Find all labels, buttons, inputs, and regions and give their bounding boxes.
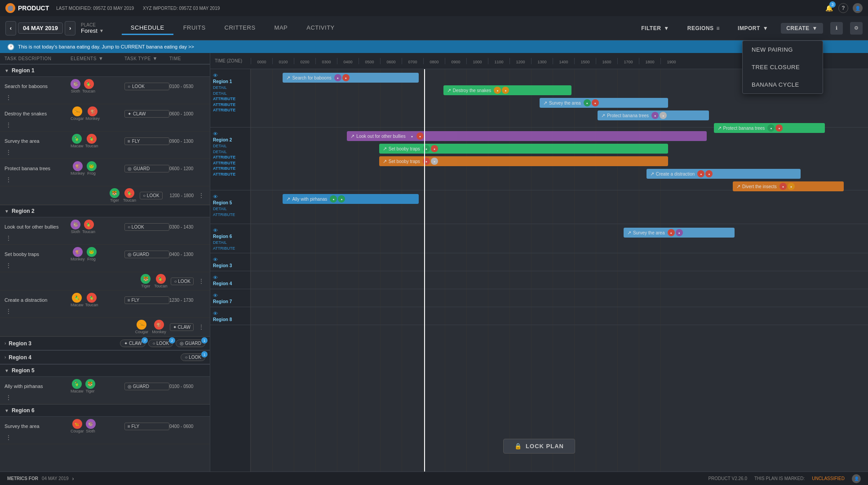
region-3-header[interactable]: › Region 3 ✦ CLAW7 ○ LOOK2 ◎ GUARD1 bbox=[0, 336, 210, 350]
task-type-badge: ◎ GUARD bbox=[124, 383, 169, 390]
gantt-bar[interactable]: ↗Protect banana trees●● bbox=[598, 110, 709, 120]
create-button[interactable]: CREATE ▼ bbox=[781, 23, 823, 34]
task-more-button[interactable]: ⋮ bbox=[4, 93, 13, 101]
help-button[interactable]: ? bbox=[838, 3, 848, 13]
animal-label: Tiger bbox=[110, 198, 119, 203]
bar-label: Protect banana trees bbox=[607, 113, 649, 118]
task-row: Survey the area 🦜Macaw 🦜Toucan ≡ FLY 090… bbox=[0, 132, 210, 159]
look-badge[interactable]: ○ LOOK2 bbox=[148, 340, 173, 347]
gantt-bar[interactable]: ↗Look out for other bullies●● bbox=[347, 131, 707, 141]
dropdown-tree-closure[interactable]: TREE CLOSURE bbox=[743, 58, 823, 76]
settings-button[interactable]: ⚙ bbox=[850, 22, 863, 35]
look-badge[interactable]: ○ LOOK1 bbox=[181, 353, 205, 361]
region-label-row[interactable]: 👁Region 6DETAILATTRIBUTE bbox=[210, 224, 250, 253]
filter-button[interactable]: FILTER ▼ bbox=[636, 23, 675, 34]
gantt-bar[interactable]: ↗Survey the area●● bbox=[624, 228, 735, 238]
region-label-row[interactable]: 👁Region 3 bbox=[210, 253, 250, 271]
tab-map[interactable]: MAP bbox=[266, 22, 297, 35]
region-label-row[interactable]: 👁Region 2DETAILDETAILATTRIBUTEATTRIBUTEA… bbox=[210, 128, 250, 190]
time-slot: 0500 bbox=[359, 58, 380, 64]
claw-badge[interactable]: ✦ CLAW7 bbox=[120, 340, 146, 347]
task-elements: 🦜Macaw 🐯Tiger bbox=[71, 379, 124, 393]
task-more-button[interactable]: ⋮ bbox=[4, 393, 13, 401]
tab-critters[interactable]: CRITTERS bbox=[216, 22, 265, 35]
task-more-button[interactable]: ⋮ bbox=[4, 234, 13, 242]
animal-avatar: 🦜 bbox=[124, 188, 134, 198]
regions-button[interactable]: REGIONS ≡ bbox=[682, 23, 725, 34]
animal-label: Tiger bbox=[141, 284, 150, 288]
gantt-bar[interactable]: ↗Divert the insects●● bbox=[733, 181, 844, 191]
bar-animal-avatar: ● bbox=[423, 145, 430, 152]
task-more-button[interactable]: ⋮ bbox=[197, 277, 205, 285]
task-more-button[interactable]: ⋮ bbox=[4, 307, 13, 315]
task-more-button[interactable]: ⋮ bbox=[4, 148, 13, 156]
user-avatar[interactable]: 👤 bbox=[853, 3, 863, 13]
animal-toucan: 🦜Toucan bbox=[85, 134, 98, 148]
gantt-bar[interactable]: ↗Create a distraction●● bbox=[647, 169, 801, 179]
region-detail-text: ATTRIBUTE bbox=[213, 107, 248, 113]
animal-tiger: 🐯Tiger bbox=[110, 188, 120, 203]
region-label-row[interactable]: 👁Region 7 bbox=[210, 289, 250, 307]
tab-fruits[interactable]: FRUITS bbox=[174, 22, 215, 35]
info-button[interactable]: ℹ bbox=[830, 22, 843, 35]
region-4-header[interactable]: › Region 4 ○ LOOK1 bbox=[0, 350, 210, 364]
animal-avatar: 🦜 bbox=[84, 220, 94, 229]
region-label-row[interactable]: 👁Region 8 bbox=[210, 307, 250, 325]
guard-badge[interactable]: ◎ GUARD1 bbox=[176, 340, 205, 347]
create-chevron-icon: ▼ bbox=[812, 25, 818, 31]
gantt-bar[interactable]: ↗Set booby traps●● bbox=[379, 144, 668, 154]
tasktype-filter-icon[interactable]: ▼ bbox=[153, 56, 158, 61]
col-task-desc: TASK DESCRIPTION bbox=[4, 56, 71, 61]
region-label-row[interactable]: 👁Region 5DETAILATTRIBUTE bbox=[210, 190, 250, 224]
task-time: 0900 - 1300 bbox=[169, 139, 205, 144]
region-6-header[interactable]: ▼ Region 6 bbox=[0, 404, 210, 417]
gantt-bar[interactable]: ↗Ally with pirhanas●● bbox=[283, 194, 418, 204]
dropdown-new-pairing[interactable]: NEW PAIRING bbox=[743, 41, 823, 58]
import-button[interactable]: IMPORT ▼ bbox=[732, 23, 774, 34]
prev-date-button[interactable]: ‹ bbox=[5, 21, 16, 35]
place-chevron-icon: ▼ bbox=[99, 28, 104, 33]
task-more-button[interactable]: ⋮ bbox=[4, 176, 13, 184]
region-5-header[interactable]: ▼ Region 5 bbox=[0, 364, 210, 377]
lock-plan-button[interactable]: 🔒 LOCK PLAN bbox=[503, 439, 575, 454]
bar-icon: ↗ bbox=[286, 75, 290, 81]
gantt-bar[interactable]: ↗Destroy the snakes●● bbox=[443, 85, 572, 95]
region-2-header[interactable]: ▼ Region 2 bbox=[0, 205, 210, 217]
gantt-bar[interactable]: ↗Survey the area●● bbox=[540, 98, 668, 108]
region-label-name: Region 8 bbox=[213, 317, 248, 322]
place-value[interactable]: Forest ▼ bbox=[81, 27, 104, 34]
task-row: Destroy the snakes 🐆Cougar 🐒Monkey ✦ CLA… bbox=[0, 104, 210, 132]
time-slot: 1300 bbox=[531, 58, 553, 64]
task-more-button[interactable]: ⋮ bbox=[197, 323, 205, 331]
region-1-name: Region 1 bbox=[12, 67, 35, 74]
bar-label: Survey the area bbox=[549, 101, 581, 106]
animal-label: Cougar bbox=[135, 330, 149, 334]
gantt-bar[interactable]: ↗Search for baboons●● bbox=[283, 73, 418, 83]
notification-button[interactable]: 🔔 3 bbox=[824, 3, 834, 13]
task-elements: 🦜Macaw 🦜Toucan bbox=[71, 134, 124, 148]
task-more-button[interactable]: ⋮ bbox=[4, 433, 13, 441]
next-date-button[interactable]: › bbox=[65, 21, 75, 35]
task-type-badge: ◎ GUARD bbox=[124, 251, 169, 258]
gantt-bar[interactable]: ↗Set booby traps●● bbox=[379, 156, 668, 166]
date-selector[interactable]: 04 MAY 2019 bbox=[18, 22, 63, 34]
task-more-button[interactable]: ⋮ bbox=[4, 121, 13, 129]
tab-activity[interactable]: ACTIVITY bbox=[297, 22, 344, 35]
region-label-name: Region 6 bbox=[213, 234, 248, 239]
task-more-button[interactable]: ⋮ bbox=[197, 191, 205, 199]
plan-marked-label: THIS PLAN IS MARKED: bbox=[754, 476, 805, 481]
tab-schedule[interactable]: SCHEDULE bbox=[122, 22, 173, 35]
region-label-row[interactable]: 👁Region 4 bbox=[210, 271, 250, 289]
task-more-button[interactable]: ⋮ bbox=[4, 261, 13, 269]
region-label-row[interactable]: 👁Region 1DETAILDETAILATTRIBUTEATTRIBUTEA… bbox=[210, 69, 250, 128]
lock-plan-label: LOCK PLAN bbox=[526, 443, 564, 450]
dropdown-banana-cycle[interactable]: BANANA CYCLE bbox=[743, 76, 823, 93]
animal-label: Toucan bbox=[82, 229, 95, 234]
metrics-expand-button[interactable]: › bbox=[72, 476, 74, 482]
user-avatar-bottom[interactable]: 👤 bbox=[852, 474, 861, 483]
region-label-name: Region 3 bbox=[213, 263, 248, 268]
region-label-name: Region 2 bbox=[213, 137, 248, 142]
region-1-header[interactable]: ▼ Region 1 bbox=[0, 64, 210, 77]
elements-filter-icon[interactable]: ▼ bbox=[98, 56, 103, 61]
place-selector[interactable]: Place Forest ▼ bbox=[81, 22, 104, 34]
